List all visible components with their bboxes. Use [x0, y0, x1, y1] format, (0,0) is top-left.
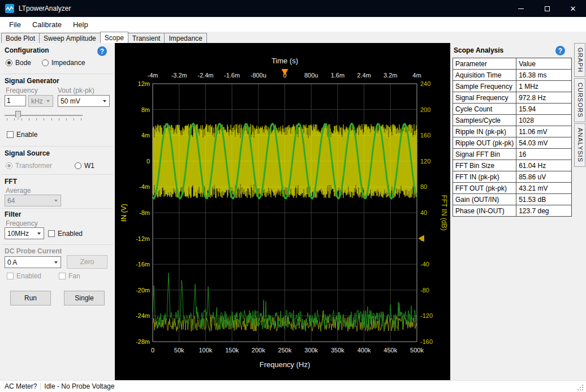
analysis-row: Signal Frequency972.8 Hz: [453, 92, 572, 104]
menu-calibrate[interactable]: Calibrate: [27, 18, 67, 31]
single-button[interactable]: Single: [64, 291, 105, 305]
filter-frequency-select[interactable]: 10MHz: [5, 227, 44, 239]
enable-checkbox[interactable]: Enable: [7, 131, 37, 139]
radio-w1[interactable]: W1: [75, 162, 94, 170]
axis-text: 240: [420, 80, 430, 87]
fan-checkbox[interactable]: Fan: [59, 272, 80, 280]
frequency-label: Frequency: [6, 87, 38, 94]
checkbox-icon: [7, 131, 14, 138]
axis-text: 300k: [304, 347, 318, 354]
filter-enabled-label: Enabled: [58, 230, 83, 238]
parameter-cell: Aquisition Time: [453, 70, 516, 81]
section-divider: [2, 74, 113, 74]
side-tab-cursors[interactable]: CURSORS: [574, 78, 585, 122]
menu-help[interactable]: Help: [67, 18, 94, 31]
analysis-column-header: Parameter: [453, 58, 516, 70]
tab-sweep-amplitude[interactable]: Sweep Amplitude: [39, 33, 101, 43]
parameter-cell: Signal Frequency: [453, 92, 516, 104]
value-cell: 972.8 Hz: [516, 92, 572, 104]
value-cell: 16.38 ms: [516, 70, 572, 81]
radio-transformer[interactable]: Transformer: [6, 162, 52, 170]
frequency-input[interactable]: [5, 95, 26, 106]
side-tab-strip: GRAPHCURSORSANALYSIS: [574, 43, 586, 380]
axis-text: -40: [420, 261, 429, 268]
close-button[interactable]: ✕: [560, 0, 586, 17]
value-cell: 43.21 mV: [516, 183, 572, 194]
dropdown-arrow-icon: [51, 195, 61, 206]
time-cursor-icon[interactable]: [282, 69, 288, 75]
dc-probe-current-value: 0 A: [7, 259, 17, 266]
frequency-unit-select[interactable]: kHz: [28, 95, 53, 107]
analysis-row: FFT OUT (pk-pk)43.21 mV: [453, 183, 572, 194]
analysis-row: Phase (IN-OUT)123.7 deg: [453, 205, 572, 217]
main-content: Configuration ? Bode Impedance Signal Ge…: [0, 43, 586, 380]
axis-text: 80: [420, 183, 427, 190]
tab-scope[interactable]: Scope: [100, 32, 128, 43]
value-cell: 16: [516, 149, 572, 160]
parameter-cell: FFT OUT (pk-pk): [453, 183, 516, 194]
configuration-title: Configuration: [5, 46, 49, 54]
radio-transformer-label: Transformer: [15, 162, 52, 170]
tab-bode-plot[interactable]: Bode Plot: [1, 33, 40, 43]
amplitude-slider[interactable]: [5, 111, 83, 123]
side-tab-graph[interactable]: GRAPH: [574, 43, 585, 77]
axis-text: -3.2m: [171, 72, 187, 79]
section-divider: [2, 244, 113, 245]
window-title: LTpowerAnalyzer: [19, 5, 71, 12]
radio-impedance[interactable]: Impedance: [42, 59, 85, 67]
analysis-row: FFT IN (pk-pk)85.86 uV: [453, 171, 572, 183]
configuration-help-icon[interactable]: ?: [97, 46, 107, 56]
side-tab-analysis[interactable]: ANALYSIS: [574, 123, 585, 167]
analysis-row: FFT Bin Size61.04 Hz: [453, 160, 572, 171]
run-button[interactable]: Run: [10, 291, 51, 305]
filter-enabled-checkbox[interactable]: Enabled: [48, 230, 83, 238]
axis-text: -28m: [136, 338, 150, 345]
minimize-icon: [518, 8, 524, 9]
average-select[interactable]: 64: [5, 195, 61, 206]
analysis-row: Cycle Count15.94: [453, 104, 572, 115]
dropdown-arrow-icon: [35, 228, 44, 239]
tab-impedance[interactable]: Impedance: [164, 33, 206, 43]
parameter-cell: Sample Frequency: [453, 81, 516, 92]
minimize-button[interactable]: [508, 0, 534, 17]
value-cell: 1 MHz: [516, 81, 572, 92]
resize-grip-icon[interactable]: [578, 384, 584, 390]
maximize-button[interactable]: [534, 0, 560, 17]
value-cell: 11.06 mV: [516, 126, 572, 137]
analysis-help-icon[interactable]: ?: [555, 46, 565, 55]
section-divider: [2, 146, 113, 147]
dc-probe-current-select[interactable]: 0 A: [5, 256, 61, 268]
vout-select[interactable]: 50 mV: [58, 95, 110, 107]
axis-text: 200: [420, 106, 430, 113]
axis-text: 0: [146, 158, 150, 165]
axis-text: 450k: [384, 347, 397, 354]
axis-text: 4m: [141, 132, 150, 139]
dc-enabled-checkbox[interactable]: Enabled: [7, 272, 41, 280]
axis-text: 250k: [278, 347, 292, 354]
close-icon: ✕: [570, 5, 576, 13]
analysis-table-body: Aquisition Time16.38 msSample Frequency1…: [453, 70, 572, 217]
filter-frequency-label: Frequency: [6, 219, 38, 227]
signal-source-title: Signal Source: [5, 149, 50, 157]
analysis-header-row: ParameterValue: [453, 58, 572, 70]
section-divider: [2, 208, 113, 209]
value-cell: 15.94: [516, 104, 572, 115]
radio-bode[interactable]: Bode: [6, 59, 31, 67]
axis-text: -4m: [148, 72, 158, 79]
axis-text: -24m: [136, 312, 150, 319]
scope-plot-svg: -4m-3.2m-2.4m-1.6m-800u0800u1.6m2.4m3.2m…: [115, 43, 450, 380]
average-value: 64: [7, 197, 15, 205]
axis-text: -80: [420, 287, 429, 294]
frequency-unit-value: kHz: [31, 97, 43, 105]
parameter-cell: FFT Bin Size: [453, 160, 516, 171]
menu-file[interactable]: File: [3, 18, 27, 31]
fft-title: FFT: [5, 178, 17, 186]
parameter-cell: FFT IN (pk-pk): [453, 171, 516, 183]
analysis-row: Ripple IN (pk-pk)11.06 mV: [453, 126, 572, 137]
radio-bode-label: Bode: [15, 59, 31, 67]
zero-button[interactable]: Zero: [67, 255, 107, 269]
scope-graph: -4m-3.2m-2.4m-1.6m-800u0800u1.6m2.4m3.2m…: [115, 43, 450, 380]
tab-transient[interactable]: Transient: [128, 33, 165, 43]
axis-text: 0: [151, 347, 154, 354]
axis-text: -1.6m: [224, 72, 240, 79]
